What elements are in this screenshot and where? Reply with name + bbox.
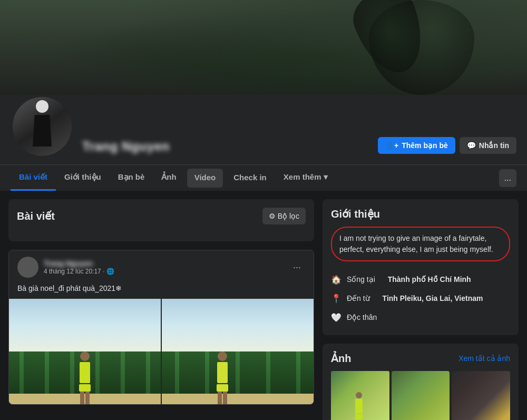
- intro-location: 🏠 Sống tại Thành phố Hồ Chí Minh: [331, 270, 510, 289]
- posts-header-card: Bài viết ⚙ Bộ lọc: [8, 199, 314, 241]
- photo-thumb-1[interactable]: [331, 371, 389, 420]
- tab-xem-them[interactable]: Xem thêm ▾: [275, 165, 336, 191]
- tab-bai-viet[interactable]: Bài viết: [11, 165, 56, 191]
- see-all-photos-button[interactable]: Xem tất cả ảnh: [458, 354, 510, 363]
- profile-name: Trang Nguyen: [82, 139, 378, 154]
- right-column: Giới thiệu I am not trying to give an im…: [323, 199, 519, 420]
- profile-section: Trang Nguyen 👤+ Thêm bạn bè 💬 Nhắn tin B…: [0, 95, 527, 191]
- messenger-icon: 💬: [467, 141, 476, 150]
- post-author-name: Trang Nguyen: [44, 259, 289, 268]
- post-meta: Trang Nguyen 4 tháng 12 lúc 20:17 · 🌐: [44, 259, 289, 275]
- location-icon: 📍: [331, 293, 341, 304]
- tab-check-in[interactable]: Check in: [225, 165, 275, 191]
- hometown-label: Đến từ: [347, 294, 370, 302]
- hometown-value: Tinh Pleiku, Gia Lai, Vietnam: [383, 294, 483, 302]
- post-time: 4 tháng 12 lúc 20:17 · 🌐: [44, 268, 289, 275]
- intro-card: Giới thiệu I am not trying to give an im…: [323, 199, 519, 335]
- message-button[interactable]: 💬 Nhắn tin: [460, 137, 516, 154]
- tab-video[interactable]: Video: [187, 169, 223, 188]
- intro-title: Giới thiệu: [331, 208, 510, 220]
- post-image-1[interactable]: [9, 299, 161, 404]
- intro-hometown: 📍 Đến từ Tinh Pleiku, Gia Lai, Vietnam: [331, 289, 510, 308]
- location-label: Sống tại: [347, 275, 375, 284]
- home-icon: 🏠: [331, 274, 341, 285]
- left-column: Bài viết ⚙ Bộ lọc Trang Nguyen 4 tháng 1…: [8, 199, 314, 420]
- filter-button[interactable]: ⚙ Bộ lọc: [262, 208, 306, 224]
- post-item: Trang Nguyen 4 tháng 12 lúc 20:17 · 🌐 ··…: [8, 250, 314, 405]
- location-value: Thành phố Hồ Chí Minh: [388, 275, 471, 284]
- photos-card: Ảnh Xem tất cả ảnh: [323, 344, 519, 420]
- photos-title: Ảnh: [331, 352, 351, 365]
- tab-ban-be[interactable]: Bạn bè: [110, 165, 153, 191]
- photos-grid: [331, 371, 510, 420]
- heart-icon: 🤍: [331, 312, 341, 323]
- more-options-button[interactable]: ...: [499, 169, 516, 187]
- post-images: [9, 299, 314, 404]
- post-privacy-icon: · 🌐: [103, 268, 114, 275]
- profile-actions: 👤+ Thêm bạn bè 💬 Nhắn tin: [378, 137, 516, 154]
- post-author-avatar: [17, 257, 38, 278]
- main-content: Bài viết ⚙ Bộ lọc Trang Nguyen 4 tháng 1…: [0, 191, 527, 420]
- add-friend-button[interactable]: 👤+ Thêm bạn bè: [378, 137, 455, 154]
- profile-nav: Bài viết Giới thiệu Bạn bè Ảnh Video Che…: [0, 164, 527, 191]
- add-friend-icon: 👤+: [385, 141, 398, 150]
- avatar: [11, 95, 74, 158]
- tab-anh[interactable]: Ảnh: [153, 165, 184, 191]
- tab-gioi-thieu[interactable]: Giới thiệu: [56, 165, 110, 191]
- post-text: Bà già noel_đi phát quà_2021❄: [9, 284, 314, 299]
- status-label: Độc thân: [347, 313, 377, 321]
- post-options-button[interactable]: ···: [289, 260, 305, 275]
- posts-section-title: Bài viết: [17, 210, 55, 222]
- post-image-2[interactable]: [162, 299, 314, 404]
- photo-thumb-3[interactable]: [452, 371, 510, 420]
- intro-status: 🤍 Độc thân: [331, 308, 510, 327]
- photo-thumb-2[interactable]: [392, 371, 450, 420]
- profile-name-area: Trang Nguyen: [82, 139, 378, 154]
- intro-quote: I am not trying to give an image of a fa…: [331, 227, 510, 261]
